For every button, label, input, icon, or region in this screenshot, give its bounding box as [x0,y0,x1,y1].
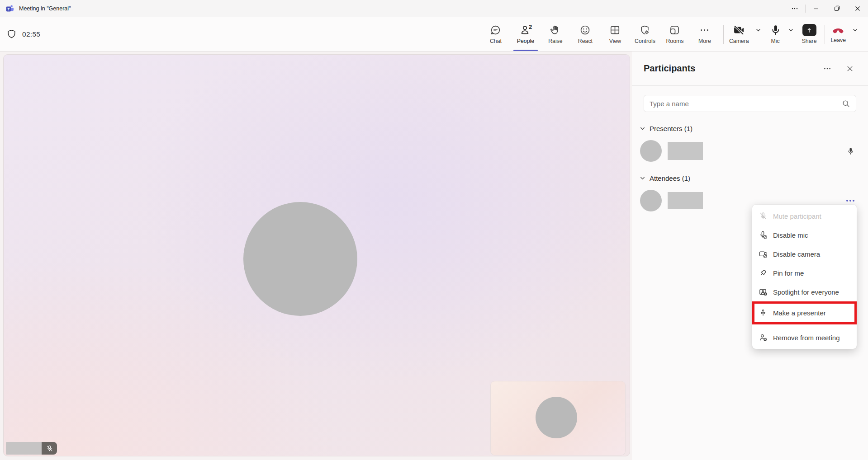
mic-slash-icon [759,211,768,221]
presenter-name-redacted [668,142,703,160]
leave-control[interactable]: Leave [829,17,864,51]
self-view-avatar [536,397,577,438]
svg-text:T: T [7,7,9,11]
tab-controls-label: Controls [635,38,655,44]
mic-prohibited-icon [759,230,768,239]
window-controls [784,0,868,17]
presenter-avatar [640,140,662,162]
attendee-more-button[interactable] [846,199,855,202]
window-title: Meeting in "General" [19,5,71,12]
tab-people-label: People [517,38,534,44]
mic-control: Mic [768,17,800,51]
attendee-context-menu: Mute participant Disable mic Disable cam… [752,205,857,349]
attendees-section-label: Attendees (1) [650,174,690,182]
toolbar-divider [825,25,825,44]
participant-search [644,95,856,112]
tab-people[interactable]: 2 People [511,17,541,51]
pin-icon [759,268,768,277]
menu-item-mute-participant: Mute participant [752,207,857,225]
participant-video-avatar [243,202,357,316]
camera-chevron-down-icon[interactable] [755,27,761,33]
leave-phone-icon [831,25,845,35]
menu-item-pin-for-me[interactable]: Pin for me [752,263,857,282]
search-input[interactable] [650,100,842,108]
search-icon[interactable] [842,99,850,108]
self-view-tile[interactable] [490,381,626,455]
camera-label: Camera [729,38,749,44]
chevron-down-icon [640,126,645,131]
rooms-icon [669,24,680,36]
menu-item-label: Mute participant [773,212,821,220]
menu-item-label: Pin for me [773,269,804,277]
attendees-section-header[interactable]: Attendees (1) [632,174,868,182]
toolbar-divider [723,25,724,44]
menu-item-disable-camera[interactable]: Disable camera [752,244,857,263]
panel-title: Participants [644,63,695,74]
more-ellipsis-icon [699,24,710,36]
panel-close-button[interactable] [844,62,856,75]
tab-controls[interactable]: Controls [630,17,660,51]
chat-icon [490,24,501,36]
window-more-button[interactable] [784,0,805,17]
tab-react-label: React [578,38,593,44]
active-tab-indicator [513,50,538,51]
shield-icon [6,29,17,39]
raise-hand-icon [550,24,561,36]
tab-chat[interactable]: Chat [481,17,511,51]
camera-prohibited-icon [759,249,768,258]
title-bar: T Meeting in "General" [0,0,868,17]
tab-more-label: More [698,38,711,44]
tab-more[interactable]: More [690,17,720,51]
mic-icon[interactable] [769,24,782,36]
attendee-name-redacted [668,192,703,209]
participants-header: Participants [632,52,868,86]
menu-item-label: Make a presenter [773,309,826,317]
menu-item-label: Disable mic [773,231,808,239]
mic-label: Mic [771,38,780,44]
menu-item-disable-mic[interactable]: Disable mic [752,225,857,244]
tab-chat-label: Chat [490,38,502,44]
presenter-row[interactable] [632,136,868,165]
mic-chevron-down-icon[interactable] [788,27,794,33]
chevron-down-icon [640,175,645,181]
people-count-badge: 2 [529,23,532,30]
menu-item-remove-from-meeting[interactable]: Remove from meeting [752,328,857,347]
presenter-podium-icon [759,309,768,318]
toolbar-buttons: Chat 2 People Raise [481,17,868,51]
menu-item-label: Disable camera [773,250,820,258]
attendee-avatar [640,190,662,211]
tab-rooms[interactable]: Rooms [660,17,690,51]
teams-logo-icon: T [5,4,14,13]
camera-control: Camera [727,17,768,51]
presenter-mic-icon [846,147,855,155]
close-window-button[interactable] [847,0,868,17]
presenters-section-label: Presenters (1) [650,125,693,132]
meeting-toolbar: 02:55 Chat 2 People [0,17,868,52]
meeting-info: 02:55 [6,29,40,39]
tab-raise[interactable]: Raise [541,17,570,51]
tab-view[interactable]: View [600,17,630,51]
spotlight-icon [759,287,768,296]
panel-more-button[interactable] [821,62,834,75]
name-tag-redacted [6,442,42,455]
share-control[interactable]: Share [800,17,819,51]
video-stage [3,54,630,456]
menu-item-make-presenter[interactable]: Make a presenter [752,301,857,324]
tab-rooms-label: Rooms [666,38,683,44]
muted-mic-icon [42,442,57,455]
menu-item-spotlight[interactable]: Spotlight for everyone [752,282,857,301]
share-arrow-icon [802,24,816,36]
restore-button[interactable] [826,0,847,17]
tab-react[interactable]: React [570,17,600,51]
remove-person-icon [759,333,768,342]
react-smiley-icon [579,24,591,36]
tab-view-label: View [609,38,621,44]
leave-label: Leave [830,37,846,43]
view-grid-icon [609,24,621,36]
minimize-button[interactable] [806,0,826,17]
leave-chevron-down-icon[interactable] [852,27,858,33]
share-label: Share [802,38,817,44]
meeting-timer: 02:55 [22,30,40,38]
camera-off-icon[interactable] [733,24,745,36]
presenters-section-header[interactable]: Presenters (1) [632,125,868,132]
